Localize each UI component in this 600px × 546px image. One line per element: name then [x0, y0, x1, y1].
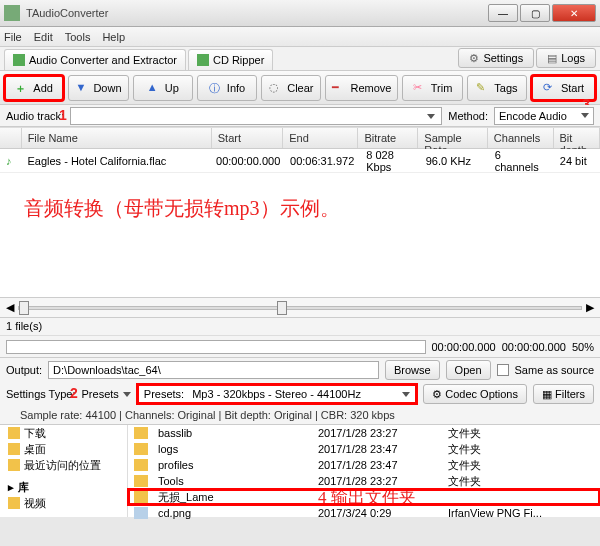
codec-options-button[interactable]: ⚙ Codec Options	[423, 384, 527, 404]
settings-row: Settings Type: 2 Presets Presets: Mp3 - …	[0, 381, 600, 407]
minimize-button[interactable]: —	[488, 4, 518, 22]
file-item[interactable]: basslib2017/1/28 23:27文件夹	[128, 425, 600, 441]
nav-item[interactable]: 下载	[0, 425, 127, 441]
progress-row: 00:00:00.000 00:00:00.000 50%	[0, 335, 600, 357]
col-bitdepth[interactable]: Bit depth	[554, 128, 601, 148]
menu-file[interactable]: File	[4, 31, 22, 43]
add-button[interactable]: ＋Add	[4, 75, 64, 101]
method-select[interactable]: Encode Audio	[494, 107, 594, 125]
output-row: Output: D:\Downloads\tac_64\ Browse Open…	[0, 357, 600, 381]
col-channels[interactable]: Channels	[488, 128, 554, 148]
menu-help[interactable]: Help	[102, 31, 125, 43]
tabbar: Audio Converter and Extractor CD Ripper …	[0, 47, 600, 71]
time-a: 00:00:00.000	[432, 341, 496, 353]
folder-icon	[8, 497, 20, 509]
audio-track-row: Audio track: 1 Method: Encode Audio	[0, 105, 600, 127]
preset-select[interactable]: Presets: Mp3 - 320kbps - Stereo - 44100H…	[137, 384, 417, 404]
tab-ripper[interactable]: CD Ripper	[188, 49, 273, 70]
nav-item[interactable]: 视频	[0, 495, 127, 511]
seek-left-icon[interactable]: ◀	[6, 301, 14, 314]
chevron-down-icon[interactable]	[123, 392, 131, 397]
folder-icon	[134, 475, 148, 487]
titlebar: TAudioConverter — ▢ ✕	[0, 0, 600, 27]
logs-button[interactable]: ▤ Logs	[536, 48, 596, 68]
audio-track-select[interactable]	[70, 107, 442, 125]
up-button[interactable]: ▲Up	[133, 75, 193, 101]
window-title: TAudioConverter	[26, 7, 488, 19]
browse-button[interactable]: Browse	[385, 360, 440, 380]
maximize-button[interactable]: ▢	[520, 4, 550, 22]
open-button[interactable]: Open	[446, 360, 491, 380]
music-icon: ♪	[6, 155, 12, 167]
file-item[interactable]: profiles2017/1/28 23:47文件夹	[128, 457, 600, 473]
scissors-icon: ✂	[413, 81, 427, 95]
percent: 50%	[572, 341, 594, 353]
same-as-source-checkbox[interactable]	[497, 364, 509, 376]
explorer-navpane: 下载 桌面 最近访问的位置 ▸ 库 视频	[0, 425, 128, 517]
folder-icon	[134, 459, 148, 471]
annotation-main: 音频转换（母带无损转mp3）示例。	[24, 195, 340, 222]
clear-button[interactable]: ◌Clear	[261, 75, 321, 101]
settings-type-label: Settings Type:	[6, 388, 76, 400]
arrow-down-icon: ▼	[75, 81, 89, 95]
image-icon	[134, 507, 148, 519]
nav-item[interactable]: 桌面	[0, 441, 127, 457]
remove-button[interactable]: ━Remove	[325, 75, 398, 101]
plus-icon: ＋	[15, 81, 29, 95]
close-button[interactable]: ✕	[552, 4, 596, 22]
filters-icon: ▦	[542, 388, 552, 401]
nav-item[interactable]: 最近访问的位置	[0, 457, 127, 473]
annotation-2: 2	[70, 385, 78, 401]
tags-button[interactable]: ✎Tags	[467, 75, 527, 101]
down-button[interactable]: ▼Down	[68, 75, 128, 101]
gear-icon: ⚙	[432, 388, 442, 401]
file-count: 1 file(s)	[0, 317, 600, 335]
file-item[interactable]: 无损_Lame4 输出文件夹	[128, 489, 600, 505]
table-header: File Name Start End Bitrate Sample Rate …	[0, 127, 600, 149]
app-icon	[4, 5, 20, 21]
clear-icon: ◌	[269, 81, 283, 95]
tab-converter[interactable]: Audio Converter and Extractor	[4, 49, 186, 70]
col-end[interactable]: End	[283, 128, 358, 148]
folder-icon	[134, 443, 148, 455]
info-icon: ⓘ	[209, 81, 223, 95]
minus-icon: ━	[332, 81, 346, 95]
audio-track-label: Audio track:	[6, 110, 64, 122]
seek-slider[interactable]	[18, 306, 582, 310]
info-button[interactable]: ⓘInfo	[197, 75, 257, 101]
music-icon	[13, 54, 25, 66]
log-icon: ▤	[547, 52, 557, 65]
col-samplerate[interactable]: Sample Rate	[418, 128, 488, 148]
col-filename[interactable]: File Name	[22, 128, 212, 148]
cd-icon	[197, 54, 209, 66]
table-row[interactable]: ♪ Eagles - Hotel California.flac 00:00:0…	[0, 149, 600, 173]
chevron-down-icon	[581, 113, 589, 118]
trim-button[interactable]: ✂Trim	[402, 75, 462, 101]
output-label: Output:	[6, 364, 42, 376]
explorer-filepane: basslib2017/1/28 23:27文件夹 logs2017/1/28 …	[128, 425, 600, 517]
folder-icon	[8, 427, 20, 439]
menu-tools[interactable]: Tools	[65, 31, 91, 43]
output-path[interactable]: D:\Downloads\tac_64\	[48, 361, 379, 379]
refresh-icon: ⟳	[543, 81, 557, 95]
same-as-source-label: Same as source	[515, 364, 594, 376]
seek-right-icon[interactable]: ▶	[586, 301, 594, 314]
settings-button[interactable]: ⚙ Settings	[458, 48, 534, 68]
col-bitrate[interactable]: Bitrate	[358, 128, 418, 148]
col-start[interactable]: Start	[212, 128, 283, 148]
folder-icon	[8, 443, 20, 455]
file-item[interactable]: cd.png2017/3/24 0:29IrfanView PNG Fi...	[128, 505, 600, 521]
filters-button[interactable]: ▦ Filters	[533, 384, 594, 404]
explorer: 下载 桌面 最近访问的位置 ▸ 库 视频 basslib2017/1/28 23…	[0, 425, 600, 517]
chevron-down-icon	[402, 392, 410, 397]
menubar: File Edit Tools Help	[0, 27, 600, 47]
menu-edit[interactable]: Edit	[34, 31, 53, 43]
toolbar: ＋Add ▼Down ▲Up ⓘInfo ◌Clear ━Remove ✂Tri…	[0, 71, 600, 105]
time-b: 00:00:00.000	[502, 341, 566, 353]
folder-icon	[134, 491, 148, 503]
folder-icon	[134, 427, 148, 439]
table-body: ♪ Eagles - Hotel California.flac 00:00:0…	[0, 149, 600, 297]
file-item[interactable]: logs2017/1/28 23:47文件夹	[128, 441, 600, 457]
settings-infoline: Sample rate: 44100 | Channels: Original …	[0, 407, 600, 425]
nav-header[interactable]: ▸ 库	[0, 479, 127, 495]
